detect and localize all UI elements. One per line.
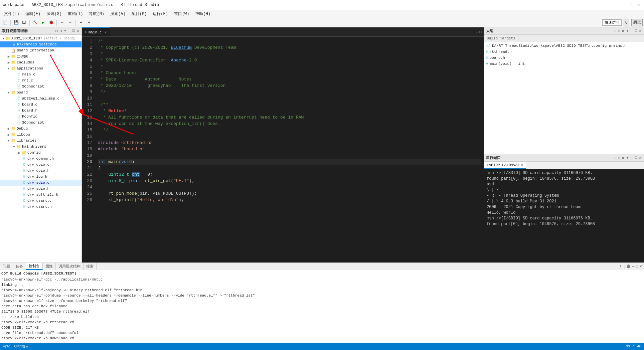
sidebar-item-includes[interactable]: ▶ 📁 Includes [0,59,82,65]
menu-project[interactable]: 项目(P) [129,10,150,17]
run-button[interactable]: ▶ [39,19,47,26]
tab-search[interactable]: 搜索 [84,263,97,270]
tree-root-ab32[interactable]: ▾ 📁 AB32_SDIO_TEST [Active · Debug] [0,35,82,41]
outline-sort-icon[interactable]: ↕ [613,29,617,33]
tab-laptop[interactable]: LAPTOP-FA1D4VA1 ✕ [484,162,526,169]
sidebar-item-drv-sdio-h[interactable]: H drv_sdio.h [0,186,82,192]
minimize-button[interactable]: — [620,2,625,8]
outline-menu-icon[interactable]: ▾ [626,29,630,33]
menu-refactor[interactable]: 重构(T) [65,10,86,17]
sidebar-item-main-c[interactable]: C main.c [0,71,82,77]
bottom-ctrl-icon1[interactable]: ↑ [619,264,622,269]
maximize-panel-icon[interactable]: □ [72,29,75,33]
tab-tasks[interactable]: 任务 [13,263,26,270]
redo-button[interactable]: ↪ [86,19,93,26]
perspective-c-button[interactable]: C [624,19,629,26]
bottom-ctrl-icon2[interactable]: ↓ [623,264,625,269]
code-editor[interactable]: 1 2 3 4 5 6 7 8 9 10 11 12 13 14 15 16 1 [82,37,484,262]
outline-item-board-h[interactable]: H board.h [484,55,644,61]
code-area[interactable]: /* * Copyright (c) 2020-2021, Bluetrum D… [95,37,484,262]
tab-call-hierarchy[interactable]: 调用层次结构 [56,263,84,270]
sidebar-item-rt-thread-settings[interactable]: ⚙ RT-Thread Settings [0,41,82,47]
undo-button[interactable]: ↩ [77,19,85,26]
sidebar-item-drv-usart-h[interactable]: H drv_usart.h [0,204,82,210]
sidebar-item-drv-soft-i2c[interactable]: H drv_soft_i2c.h [0,192,82,198]
sidebar-item-hal-drivers[interactable]: ▾ 📁 hal_drivers [0,144,82,150]
sidebar-item-ab32vg1[interactable]: C ab32vg1_hal_msp.c [0,96,82,102]
outline-item-rtconfig[interactable]: 📄 DA\RT-ThreadStudio\workspace\AB32_SDIO… [484,43,644,49]
outline-close-icon[interactable]: ✕ [638,29,642,33]
tab-build-targets[interactable]: Build Targets [484,35,518,42]
sidebar-item-drv-usart-c[interactable]: C drv_usart.c [0,198,82,204]
sidebar-item-libcpu[interactable]: ▶ 📁 libcpu [0,132,82,138]
sidebar-item-sconscript-app[interactable]: 📄 SConscript [0,83,82,90]
bottom-minimize-icon[interactable]: — [632,264,634,269]
serial-minimize-icon[interactable]: — [630,156,634,160]
menu-search[interactable]: 搜索(A) [108,10,128,17]
sidebar-item-sconscript-board[interactable]: 📄 SConscript [0,120,82,126]
maximize-button[interactable]: □ [628,2,633,8]
sidebar-item-drv-log-h[interactable]: H drv_log.h [0,174,82,180]
serial-close-icon[interactable]: ✕ [638,156,642,160]
menu-help[interactable]: 帮助(H) [192,10,213,17]
sidebar-item-config[interactable]: ▶ 📁 config [0,150,82,156]
view-menu-icon[interactable]: ▾ [63,29,67,33]
sidebar-item-libraries[interactable]: ▾ 📁 libraries [0,138,82,144]
menu-navigate[interactable]: 导航(N) [86,10,107,17]
build-button[interactable]: 🔨 [31,19,39,26]
window-controls[interactable]: — □ ✕ [620,2,641,8]
sidebar-item-debug[interactable]: ▶ 📁 Debug [0,126,82,132]
outline-link-icon[interactable]: ⊞ [622,29,625,33]
debug-button[interactable]: 🐞 [47,19,55,26]
minimize-editor-icon[interactable]: — [476,30,478,34]
sidebar-item-board-info[interactable]: 📋 Board Information [0,47,82,53]
tab-close-icon[interactable]: ✕ [105,30,107,34]
forward-button[interactable]: → [66,19,74,26]
outline-item-rtthread-h[interactable]: H rtthread.h [484,49,644,55]
outline-minimize-icon[interactable]: — [630,29,634,33]
sidebar-item-applications[interactable]: ▾ 📁 applications [0,65,82,71]
quick-access-button[interactable]: 快速访问 [602,19,622,26]
tab-problems[interactable]: 问题 [0,263,13,270]
perspective-debug-button[interactable]: 调试 [631,19,643,26]
save-button[interactable]: 💾 [12,19,20,26]
serial-menu-icon[interactable]: ▾ [626,156,630,160]
tab-properties[interactable]: 属性 [43,263,56,270]
serial-icon2[interactable]: ⊟ [617,156,621,160]
sidebar-item-mnt-c[interactable]: C mnt.c [0,77,82,83]
serial-icon1[interactable]: ↕ [613,156,617,160]
serial-maximize-icon[interactable]: □ [634,156,638,160]
bottom-close-icon[interactable]: ✕ [640,264,642,269]
outline-item-main-func[interactable]: ● main(void) : int [484,61,644,67]
menu-edit[interactable]: 编辑(E) [23,10,43,17]
outline-maximize-icon[interactable]: □ [634,29,638,33]
tab-main-c[interactable]: C main.c ✕ [82,27,110,36]
sidebar-item-binary[interactable]: ▶ 📁 二进制 [0,53,82,59]
menu-file[interactable]: 文件(F) [1,10,22,17]
menu-source[interactable]: 源码(S) [44,10,64,17]
sidebar-item-drv-gpio-h[interactable]: H drv_gpio.h [0,168,82,174]
outline-collapse-icon[interactable]: ⊟ [617,29,621,33]
minimize-panel-icon[interactable]: — [67,29,71,33]
serial-icon3[interactable]: ⊞ [622,156,625,160]
save-all-button[interactable]: 🖫 [20,19,28,26]
menu-run[interactable]: 运行(R) [150,10,171,17]
maximize-editor-icon[interactable]: □ [479,30,482,34]
tab-console[interactable]: 控制台 [26,263,43,270]
sidebar-item-drv-sdio-c[interactable]: C drv_sdio.c [0,180,82,186]
back-button[interactable]: ← [58,19,66,26]
close-panel-icon[interactable]: ✕ [76,29,79,33]
sidebar-item-board[interactable]: ▾ 📁 board [0,90,82,96]
link-editor-icon[interactable]: ⊞ [59,29,63,33]
new-button[interactable]: 📄 [1,19,9,26]
bottom-maximize-icon[interactable]: □ [636,264,638,269]
bottom-ctrl-icon3[interactable]: 🗑 [627,264,631,269]
sidebar-item-board-h[interactable]: H board.h [0,108,82,114]
console-tab-close[interactable]: ✕ [521,163,523,167]
sidebar-item-board-c[interactable]: C board.c [0,102,82,108]
collapse-all-icon[interactable]: ⊟ [55,29,58,33]
sidebar-item-drv-common-h[interactable]: H drv_common.h [0,156,82,162]
sidebar-item-drv-gpio-c[interactable]: C drv_gpio.c [0,162,82,168]
sidebar-item-kconfig[interactable]: 📄 Kconfig [0,114,82,120]
menu-window[interactable]: 窗口(W) [171,10,192,17]
